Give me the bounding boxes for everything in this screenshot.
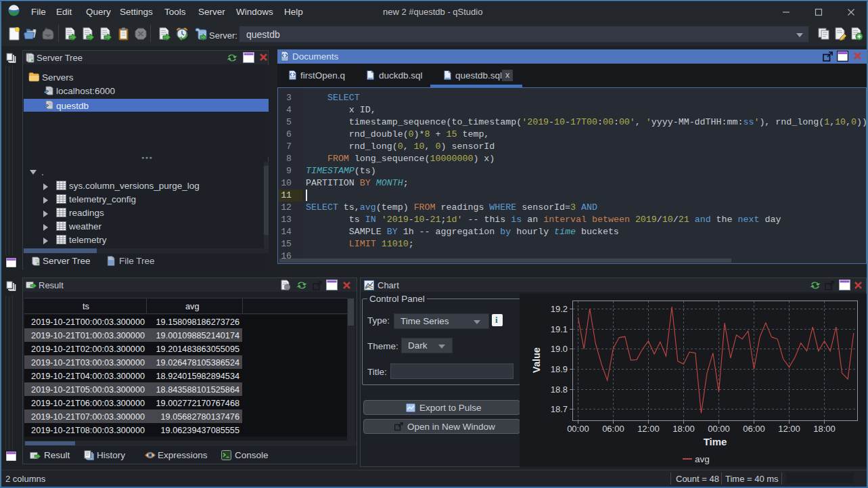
svg-text:19.1: 19.1: [551, 324, 568, 334]
svg-text:00:00: 00:00: [708, 424, 730, 434]
svg-text:avg: avg: [695, 454, 710, 464]
svg-text:12:00: 12:00: [778, 424, 800, 434]
svg-text:06:00: 06:00: [743, 424, 765, 434]
svg-text:19.0: 19.0: [551, 344, 568, 354]
svg-text:18.8: 18.8: [551, 384, 568, 395]
svg-text:18.9: 18.9: [551, 364, 568, 374]
svg-text:Value: Value: [531, 347, 542, 373]
svg-text:Time: Time: [704, 436, 727, 447]
svg-text:06:00: 06:00: [602, 424, 624, 434]
svg-text:19.2: 19.2: [551, 304, 568, 314]
svg-text:00:00: 00:00: [567, 424, 589, 434]
svg-text:18.7: 18.7: [551, 404, 568, 414]
svg-text:18:00: 18:00: [672, 424, 695, 434]
svg-text:18:00: 18:00: [813, 424, 836, 434]
svg-text:12:00: 12:00: [637, 424, 660, 434]
